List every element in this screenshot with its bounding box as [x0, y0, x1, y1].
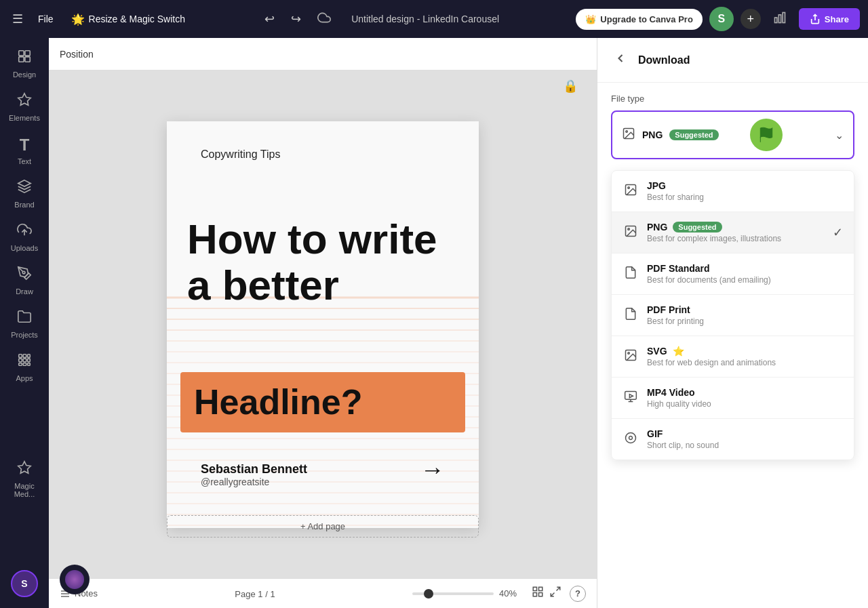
sidebar-item-text[interactable]: T Text	[3, 130, 46, 171]
magic-switch-icon: 🌟	[71, 13, 85, 26]
share-button[interactable]: Share	[799, 8, 860, 30]
gif-info: GIF Short clip, no sound	[647, 428, 843, 450]
upgrade-button[interactable]: 👑 Upgrade to Canva Pro	[576, 9, 703, 30]
file-type-option-pdf-print[interactable]: PDF Print Best for printing	[612, 295, 854, 336]
back-button[interactable]	[611, 49, 630, 71]
png-info: PNG Suggested Best for complex images, i…	[647, 222, 825, 243]
card-author: Sebastian Bennett @reallygreatsite	[201, 462, 307, 487]
gif-name: GIF	[647, 428, 843, 439]
flag-icon-circle	[750, 119, 783, 151]
topbar-left: ☰ File 🌟 Resize & Magic Switch	[8, 7, 192, 31]
card-headline-main: How to write a better	[187, 216, 458, 308]
gif-desc: Short clip, no sound	[647, 441, 843, 450]
file-type-label: File type	[611, 94, 854, 104]
sidebar-item-brand[interactable]: Brand	[3, 174, 46, 214]
file-type-selector[interactable]: PNG Suggested ⌄	[611, 110, 854, 159]
file-type-option-gif[interactable]: GIF Short clip, no sound	[612, 419, 854, 460]
card-author-handle: @reallygreatsite	[201, 477, 307, 487]
menu-button[interactable]: ☰	[8, 7, 27, 31]
file-type-option-pdf-standard[interactable]: PDF Standard Best for documents (and ema…	[612, 254, 854, 295]
topbar: ☰ File 🌟 Resize & Magic Switch ↩ ↪ Untit…	[0, 0, 868, 38]
sidebar-item-projects[interactable]: Projects	[3, 304, 46, 344]
svg-point-53	[626, 130, 628, 132]
grid-view-button[interactable]	[532, 586, 544, 601]
design-card[interactable]: Copywriting Tips How to write a better H…	[167, 121, 479, 528]
file-type-selected-name: PNG	[642, 129, 663, 140]
download-title: Download	[638, 54, 690, 66]
card-headline-text: Headline?	[194, 382, 363, 422]
uploads-icon	[17, 222, 32, 241]
magic-switch-button[interactable]: 🌟 Resize & Magic Switch	[64, 9, 192, 30]
svg-marker-62	[629, 394, 633, 397]
zoom-slider[interactable]	[412, 592, 494, 595]
pdf-standard-name: PDF Standard	[647, 263, 843, 274]
add-page-button[interactable]: + Add page	[167, 515, 479, 538]
zoom-level: 40%	[499, 588, 524, 599]
view-options	[532, 586, 561, 601]
elements-icon	[17, 92, 32, 111]
file-type-option-jpg[interactable]: JPG Best for sharing	[612, 171, 854, 212]
help-button[interactable]: ?	[570, 586, 586, 602]
canvas-content[interactable]: 🔒	[49, 70, 597, 578]
sidebar-item-brand-label: Brand	[14, 201, 34, 209]
svg-rect-13	[19, 359, 22, 362]
png-icon	[623, 224, 639, 241]
sidebar-item-draw[interactable]: Draw	[3, 260, 46, 301]
sidebar-item-elements[interactable]: Elements	[3, 87, 46, 127]
canvas-toolbar: Position	[49, 38, 597, 70]
sidebar-item-draw-label: Draw	[16, 287, 33, 296]
file-type-option-svg[interactable]: SVG ⭐ Best for web design and animations	[612, 336, 854, 378]
file-type-option-mp4[interactable]: MP4 Video High quality video	[612, 378, 854, 419]
png-desc: Best for complex images, illustrations	[647, 234, 825, 243]
user-avatar[interactable]: S	[11, 570, 38, 597]
file-type-section: File type PNG Suggested ⌄	[597, 83, 868, 170]
draw-icon	[17, 266, 32, 285]
gif-icon	[623, 431, 639, 448]
mp4-icon	[623, 390, 639, 407]
mp4-desc: High quality video	[647, 399, 843, 409]
design-icon	[17, 49, 32, 68]
sidebar-item-uploads-label: Uploads	[11, 244, 38, 252]
page-info: Page 1 / 1	[235, 589, 275, 599]
sidebar-item-elements-label: Elements	[9, 114, 40, 122]
sidebar-item-uploads[interactable]: Uploads	[3, 217, 46, 258]
svg-rect-5	[19, 57, 24, 62]
sidebar-bottom: S	[11, 570, 38, 603]
pdf-standard-desc: Best for documents (and emailing)	[647, 275, 843, 285]
projects-icon	[17, 309, 32, 328]
magic-assistant-button[interactable]	[60, 565, 90, 594]
svg-marker-19	[18, 461, 31, 472]
design-title[interactable]: Untitled design - LinkedIn Carousel	[343, 11, 507, 27]
jpg-info: JPG Best for sharing	[647, 180, 843, 202]
plus-button[interactable]: +	[741, 9, 761, 29]
svg-name: SVG ⭐	[647, 346, 843, 357]
sidebar-item-apps[interactable]: Apps	[3, 347, 46, 388]
file-button[interactable]: File	[33, 9, 59, 28]
svg-point-60	[628, 352, 630, 354]
svg-rect-4	[25, 51, 30, 56]
jpg-icon	[623, 183, 639, 200]
sidebar-item-projects-label: Projects	[11, 331, 38, 339]
fullscreen-button[interactable]	[549, 586, 561, 601]
sidebar-item-design[interactable]: Design	[3, 43, 46, 84]
svg-rect-2	[783, 12, 785, 22]
jpg-name: JPG	[647, 180, 843, 191]
share-label: Share	[825, 14, 849, 24]
crown-icon: 👑	[585, 14, 596, 24]
download-header: Download	[597, 38, 868, 83]
avatar-button[interactable]: S	[709, 7, 734, 31]
svg-icon	[623, 348, 639, 365]
pdf-print-name: PDF Print	[647, 304, 843, 315]
redo-button[interactable]: ↪	[287, 9, 305, 29]
analytics-button[interactable]	[768, 8, 792, 31]
sidebar-item-magic-media[interactable]: Magic Med...	[3, 455, 46, 504]
svg-rect-16	[19, 363, 22, 366]
undo-button[interactable]: ↩	[260, 9, 279, 29]
save-cloud-button[interactable]	[313, 8, 335, 31]
sidebar-item-text-label: Text	[18, 157, 31, 165]
sidebar: Design Elements T Text Brand	[0, 38, 49, 608]
file-type-option-png[interactable]: PNG Suggested Best for complex images, i…	[612, 212, 854, 254]
apps-icon	[17, 352, 32, 371]
svg-marker-7	[18, 94, 31, 105]
svg-rect-46	[533, 587, 536, 590]
